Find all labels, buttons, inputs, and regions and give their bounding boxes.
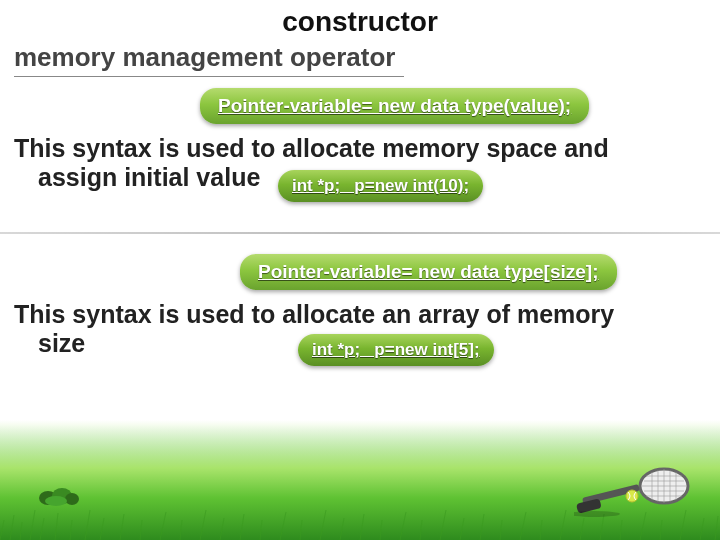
- syntax-pill-value: Pointer-variable= new data type(value);: [200, 88, 589, 124]
- tennis-racket-icon: [574, 458, 694, 518]
- svg-point-17: [574, 511, 620, 517]
- svg-point-18: [626, 490, 638, 502]
- subtitle-underline: [14, 76, 404, 77]
- example-pill-array: int *p; p=new int[5];: [298, 334, 494, 366]
- svg-point-2: [65, 493, 79, 505]
- page-subtitle: memory management operator: [14, 42, 395, 73]
- svg-point-3: [45, 496, 67, 506]
- page-title: constructor: [0, 6, 720, 38]
- syntax-pill-array: Pointer-variable= new data type[size];: [240, 254, 617, 290]
- section-divider: [0, 232, 720, 234]
- paragraph-value-line1: This syntax is used to allocate memory s…: [14, 134, 609, 162]
- shrub-icon: [38, 484, 80, 506]
- slide: constructor memory management operator P…: [0, 0, 720, 540]
- example-pill-value: int *p; p=new int(10);: [278, 170, 483, 202]
- paragraph-array-line1: This syntax is used to allocate an array…: [14, 300, 614, 328]
